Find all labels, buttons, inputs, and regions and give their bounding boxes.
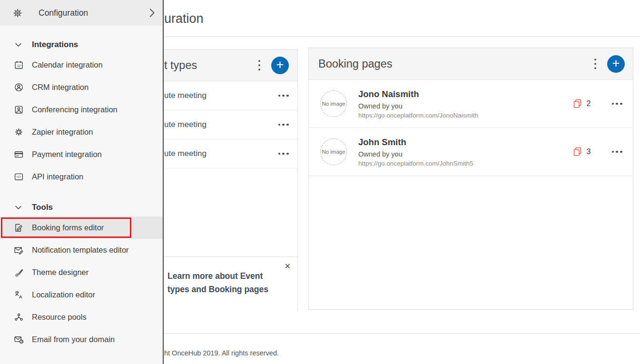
duplicates-badge[interactable]: 2 (572, 98, 591, 109)
section-label: Integrations (32, 40, 78, 49)
booking-page-row[interactable]: No image Jono Naismith Owned by you http… (309, 80, 633, 128)
payment-icon (13, 149, 24, 160)
event-type-name: ute meeting (164, 91, 207, 100)
booking-page-row[interactable]: No image John Smith Owned by you https:/… (309, 128, 633, 176)
event-type-row[interactable]: ute meeting (164, 81, 297, 110)
booking-page-url: https://go.onceplatform.com/JonoNaismith (358, 112, 478, 119)
api-icon: </> (13, 172, 24, 182)
chevron-right-icon[interactable] (147, 8, 157, 18)
theme-designer-icon (13, 267, 24, 278)
section-label: Tools (32, 203, 53, 212)
booking-pages-kebab-menu-icon[interactable] (593, 56, 598, 72)
sidebar-item-label: API integration (32, 172, 83, 181)
sidebar-item-calendar-integration[interactable]: 12 Calendar integration (0, 54, 163, 76)
zapier-icon (13, 127, 24, 138)
sidebar-item-resource-pools[interactable]: Resource pools (0, 306, 163, 328)
sidebar-header-label: Configuration (39, 8, 88, 18)
sidebar-item-localization-editor[interactable]: A Localization editor (0, 284, 163, 306)
booking-page-row-menu-icon[interactable] (610, 151, 623, 153)
booking-page-url: https://go.onceplatform.com/JohnSmith5 (358, 160, 473, 167)
sidebar-item-label: CRM integration (32, 83, 89, 92)
booking-page-name: Jono Naismith (358, 89, 478, 99)
event-type-row-menu-icon[interactable] (277, 153, 290, 155)
booking-page-info: John Smith Owned by you https://go.oncep… (358, 137, 473, 167)
conferencing-icon (13, 105, 24, 115)
duplicates-count: 3 (586, 148, 591, 156)
section-integrations[interactable]: Integrations (0, 36, 163, 54)
avatar: No image (320, 90, 347, 117)
add-booking-page-button[interactable]: + (607, 55, 625, 73)
booking-page-owner: Owned by you (358, 102, 478, 110)
sidebar-item-label: Theme designer (32, 268, 89, 277)
footer-copyright: ht OnceHub 2019. All rights reserved. (164, 349, 279, 357)
duplicates-badge[interactable]: 3 (572, 147, 591, 157)
sidebar-item-booking-forms-editor[interactable]: Booking forms editor (0, 216, 163, 239)
svg-text:A: A (19, 294, 22, 299)
chevron-down-icon (14, 204, 22, 212)
booking-page-info: Jono Naismith Owned by you https://go.on… (358, 89, 478, 119)
event-type-row-menu-icon[interactable] (277, 124, 290, 126)
sidebar-item-theme-designer[interactable]: Theme designer (0, 261, 163, 284)
event-type-row[interactable]: ute meeting (164, 139, 297, 168)
sidebar-item-label: Payment integration (32, 150, 102, 159)
screen: uration t types + ute meeting ute meetin… (0, 0, 640, 364)
sidebar-item-label: Resource pools (32, 313, 87, 322)
sidebar-item-label: Calendar integration (32, 60, 103, 69)
resource-pools-icon (13, 312, 24, 323)
event-type-name: ute meeting (164, 120, 207, 129)
sidebar-item-label: Notification templates editor (32, 246, 129, 255)
avatar: No image (320, 138, 347, 165)
event-type-row[interactable]: ute meeting (164, 110, 297, 139)
duplicates-count: 2 (586, 99, 591, 108)
learn-more-text: Learn more about Event types and Booking… (167, 269, 281, 296)
title-divider (164, 36, 640, 37)
sidebar-item-payment-integration[interactable]: Payment integration (0, 143, 163, 166)
event-types-panel: t types + ute meeting ute meeting ute me… (164, 49, 298, 310)
section-tools[interactable]: Tools (0, 198, 163, 216)
event-types-kebab-menu-icon[interactable] (257, 57, 262, 73)
add-event-type-button[interactable]: + (271, 57, 289, 74)
event-type-name: ute meeting (164, 149, 207, 158)
sidebar-item-label: Booking forms editor (32, 223, 104, 232)
svg-text:@: @ (20, 340, 23, 343)
booking-page-name: John Smith (358, 137, 473, 148)
notification-templates-icon (13, 245, 24, 256)
booking-pages-panel-header: Booking pages + (309, 48, 633, 80)
booking-page-owner: Owned by you (358, 150, 473, 158)
localization-icon: A (13, 290, 24, 300)
footer-divider (164, 333, 640, 334)
copy-icon (572, 147, 583, 157)
close-icon[interactable]: ✕ (283, 261, 292, 272)
copy-icon (572, 98, 583, 109)
sidebar-item-label: Zapier integration (32, 128, 93, 137)
email-domain-icon: @ (13, 334, 24, 345)
learn-more-banner: ✕ Learn more about Event types and Booki… (164, 256, 297, 311)
page-title: uration (164, 11, 204, 26)
booking-forms-icon (13, 223, 24, 233)
configuration-sidebar: Configuration Integrations (0, 0, 164, 364)
sidebar-item-notification-templates-editor[interactable]: Notification templates editor (0, 239, 163, 261)
sidebar-body: Integrations 12 Calendar integration (0, 26, 163, 351)
booking-pages-panel-title: Booking pages (318, 58, 392, 70)
sidebar-header-configuration[interactable]: Configuration (0, 0, 163, 26)
calendar-icon: 12 (13, 60, 24, 70)
event-types-panel-title: t types (164, 59, 197, 72)
svg-text:12: 12 (17, 64, 20, 68)
sidebar-item-zapier-integration[interactable]: Zapier integration (0, 121, 163, 143)
event-type-row-menu-icon[interactable] (277, 95, 290, 97)
booking-pages-panel: Booking pages + No image Jono Naismith O… (308, 48, 633, 310)
sidebar-item-label: Conferencing integration (32, 105, 118, 114)
sidebar-item-label: Localization editor (32, 290, 95, 299)
booking-page-row-menu-icon[interactable] (610, 103, 623, 105)
gear-icon (12, 8, 23, 18)
svg-text:</>: </> (16, 175, 21, 178)
sidebar-item-label: Email from your domain (32, 335, 115, 344)
sidebar-item-conferencing-integration[interactable]: Conferencing integration (0, 98, 163, 121)
sidebar-item-crm-integration[interactable]: CRM integration (0, 76, 163, 98)
sidebar-item-email-from-your-domain[interactable]: @ Email from your domain (0, 328, 163, 351)
sidebar-item-api-integration[interactable]: </> API integration (0, 166, 163, 188)
event-types-panel-header: t types + (164, 49, 297, 81)
crm-icon (13, 82, 24, 93)
chevron-down-icon (14, 41, 22, 49)
